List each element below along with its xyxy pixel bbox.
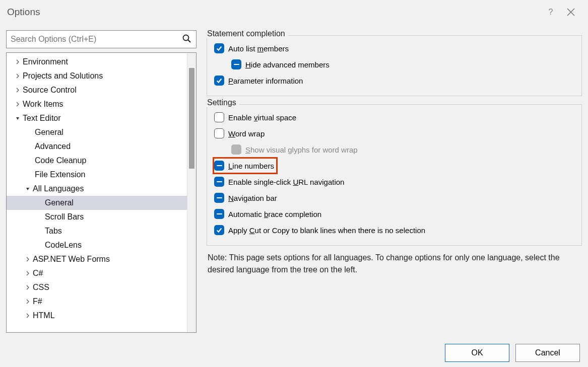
svg-point-2 — [183, 35, 189, 40]
tree-item-projects-and-solutions[interactable]: Projects and Solutions — [7, 69, 196, 83]
checkbox-brace-completion[interactable] — [214, 209, 224, 219]
checkbox-parameter-information[interactable] — [214, 76, 224, 86]
checkbox-navigation-bar[interactable] — [214, 193, 224, 203]
tree-item-label: All Languages — [32, 184, 84, 193]
checkbox-cut-copy-blank-lines[interactable] — [214, 225, 224, 235]
checkbox-virtual-space[interactable] — [214, 112, 224, 122]
tree-expander[interactable] — [24, 185, 32, 193]
tree-expander[interactable] — [14, 72, 22, 80]
checkbox-word-wrap[interactable] — [214, 128, 224, 138]
checkbox-url-navigation[interactable] — [214, 177, 224, 187]
option-hide-advanced-members[interactable]: Hide advanced members — [214, 56, 574, 72]
tree-item-label: Advanced — [34, 142, 71, 151]
search-input[interactable] — [11, 35, 182, 44]
tree-item-c-[interactable]: C# — [7, 266, 196, 280]
chevron-right-icon — [25, 299, 30, 304]
tree-expander[interactable] — [24, 255, 32, 263]
content-area: EnvironmentProjects and SolutionsSource … — [0, 24, 588, 339]
tree-item-label: General — [34, 128, 63, 137]
option-url-navigation[interactable]: Enable single-click URL navigation — [214, 174, 574, 190]
tree-item-label: Code Cleanup — [34, 156, 86, 165]
tree-item-label: CSS — [32, 283, 49, 292]
tree-expander[interactable] — [24, 269, 32, 277]
chevron-right-icon — [15, 88, 20, 93]
tree-item-label: File Extension — [34, 170, 86, 179]
tree-item-label: Text Editor — [22, 114, 61, 123]
tree-scrollbar[interactable] — [187, 53, 196, 332]
titlebar: Options ? — [0, 0, 588, 24]
chevron-right-icon — [15, 102, 20, 107]
tree-item-label: C# — [32, 269, 43, 278]
checkbox-hide-advanced-members[interactable] — [231, 59, 241, 69]
tree-item-label: Environment — [22, 57, 68, 66]
tree-expander[interactable] — [14, 58, 22, 66]
tree-item-work-items[interactable]: Work Items — [7, 97, 196, 111]
svg-marker-4 — [16, 117, 19, 120]
options-tree: EnvironmentProjects and SolutionsSource … — [6, 52, 197, 333]
option-navigation-bar[interactable]: Navigation bar — [214, 190, 574, 206]
group-settings: Settings Enable virtual space Word wrap … — [207, 104, 582, 246]
tree-scroll-thumb[interactable] — [189, 68, 194, 169]
tree-item-all-languages[interactable]: All Languages — [7, 182, 196, 196]
chevron-down-icon — [25, 186, 30, 191]
tree-expander[interactable] — [14, 100, 22, 108]
tree-item-label: General — [44, 198, 74, 207]
option-parameter-information[interactable]: Parameter information — [214, 72, 574, 89]
right-pane: Statement completion Auto list members H… — [207, 30, 582, 333]
tree-expander[interactable] — [24, 298, 32, 306]
chevron-right-icon — [15, 74, 20, 79]
tree-item-label: ASP.NET Web Forms — [32, 255, 110, 264]
svg-line-3 — [188, 40, 190, 42]
tree-item-asp-net-web-forms[interactable]: ASP.NET Web Forms — [7, 252, 196, 266]
tree-item-environment[interactable]: Environment — [7, 55, 196, 69]
help-button[interactable]: ? — [541, 2, 561, 22]
checkbox-line-numbers[interactable] — [214, 161, 224, 171]
option-label: Enable single-click URL navigation — [228, 178, 344, 186]
tree-item-general[interactable]: General — [7, 196, 196, 210]
tree-item-label: Scroll Bars — [44, 212, 84, 222]
tree-expander[interactable] — [14, 114, 22, 122]
tree-item-css[interactable]: CSS — [7, 280, 196, 295]
tree-item-advanced[interactable]: Advanced — [7, 139, 196, 154]
tree-item-tabs[interactable]: Tabs — [7, 224, 196, 238]
tree-expander[interactable] — [14, 86, 22, 94]
chevron-right-icon — [25, 285, 30, 290]
tree-item-text-editor[interactable]: Text Editor — [7, 111, 196, 125]
options-dialog: Options ? EnvironmentProjects and Soluti… — [0, 0, 588, 367]
tree-item-label: Work Items — [22, 100, 63, 109]
tree-item-label: HTML — [32, 311, 55, 320]
search-icon[interactable] — [182, 34, 192, 45]
close-button[interactable] — [561, 2, 581, 22]
group-statement-completion: Statement completion Auto list members H… — [207, 35, 582, 96]
tree-item-file-extension[interactable]: File Extension — [7, 168, 196, 182]
tree-item-general[interactable]: General — [7, 125, 196, 139]
option-virtual-space[interactable]: Enable virtual space — [214, 109, 574, 125]
tree-item-html[interactable]: HTML — [7, 309, 196, 323]
option-label: Automatic brace completion — [228, 210, 321, 218]
tree-item-f-[interactable]: F# — [7, 295, 196, 309]
tree-item-scroll-bars[interactable]: Scroll Bars — [7, 210, 196, 224]
option-cut-copy-blank-lines[interactable]: Apply Cut or Copy to blank lines when th… — [214, 222, 574, 238]
dialog-title: Options — [7, 7, 541, 18]
cancel-button[interactable]: Cancel — [515, 344, 580, 362]
option-line-numbers[interactable]: Line numbers — [213, 158, 277, 174]
option-brace-completion[interactable]: Automatic brace completion — [214, 206, 574, 222]
option-label: Word wrap — [228, 129, 265, 138]
option-label: Parameter information — [228, 77, 303, 85]
left-pane: EnvironmentProjects and SolutionsSource … — [6, 30, 197, 333]
ok-button[interactable]: OK — [445, 344, 509, 362]
tree-item-source-control[interactable]: Source Control — [7, 83, 196, 97]
option-auto-list-members[interactable]: Auto list members — [214, 40, 574, 56]
tree-expander[interactable] — [24, 312, 32, 320]
option-label: Auto list members — [228, 44, 289, 53]
group-label: Statement completion — [206, 29, 288, 38]
tree-item-codelens[interactable]: CodeLens — [7, 238, 196, 252]
options-note: Note: This page sets options for all lan… — [207, 249, 582, 279]
option-word-wrap[interactable]: Word wrap — [214, 125, 574, 141]
search-box[interactable] — [6, 30, 197, 48]
tree-item-label: F# — [32, 297, 42, 306]
tree-expander[interactable] — [24, 283, 32, 291]
tree-item-code-cleanup[interactable]: Code Cleanup — [7, 154, 196, 168]
chevron-right-icon — [25, 271, 30, 276]
checkbox-auto-list-members[interactable] — [214, 43, 224, 53]
